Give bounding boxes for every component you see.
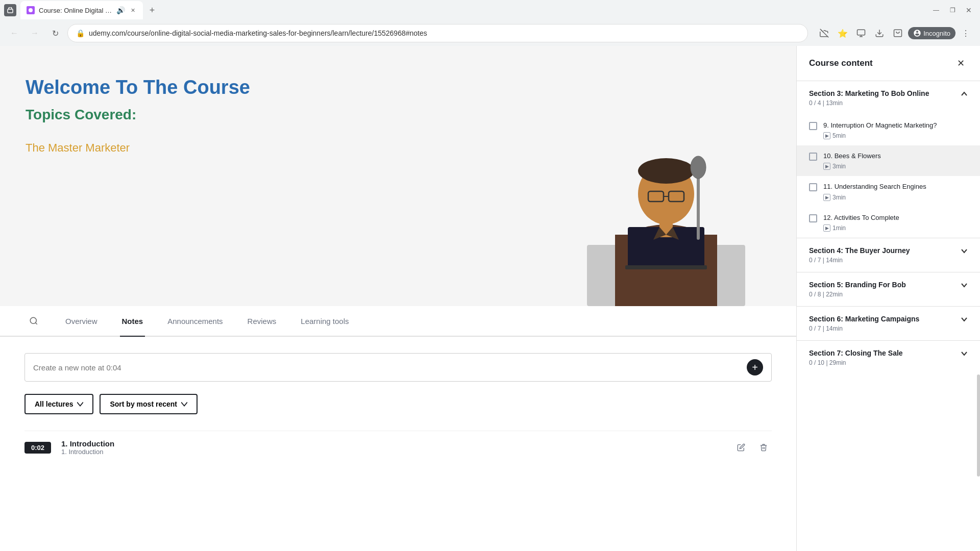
tab-announcements[interactable]: Announcements xyxy=(165,306,225,337)
lecture-12-info: 12. Activities To Complete ▶ 1min xyxy=(823,213,968,232)
section-6-info: Section 6: Marketing Campaigns 0 / 7 | 1… xyxy=(809,315,961,332)
menu-icon[interactable]: ⋮ xyxy=(958,25,974,41)
maximize-button[interactable]: ❐ xyxy=(945,3,960,17)
forward-button[interactable]: → xyxy=(27,25,43,41)
presenter-figure xyxy=(577,92,755,306)
profile-icon[interactable] xyxy=(890,25,906,41)
sidebar-scrollbar[interactable] xyxy=(977,374,980,477)
edit-note-button[interactable] xyxy=(733,439,749,456)
section-7-header[interactable]: Section 7: Closing The Sale 0 / 10 | 29m… xyxy=(797,341,980,374)
section-3-header[interactable]: Section 3: Marketing To Bob Online 0 / 4… xyxy=(797,81,980,115)
video-player[interactable]: Welcome To The Course Topics Covered: Th… xyxy=(0,46,796,306)
browser-tabs: Course: Online Digital Soci... 🔊 ✕ + xyxy=(20,1,927,19)
address-bar[interactable]: 🔒 udemy.com/course/online-digital-social… xyxy=(67,24,808,42)
sort-filter[interactable]: Sort by most recent xyxy=(100,394,197,414)
tab-bar: Overview Notes Announcements Reviews Lea… xyxy=(0,306,796,337)
section-6-header[interactable]: Section 6: Marketing Campaigns 0 / 7 | 1… xyxy=(797,307,980,340)
sidebar-header: Course content ✕ xyxy=(797,46,980,81)
active-tab[interactable]: Course: Online Digital Soci... 🔊 ✕ xyxy=(20,1,143,19)
section-6-meta: 0 / 7 | 14min xyxy=(809,325,961,332)
svg-point-19 xyxy=(691,156,706,179)
lecture-9-title: 9. Interruption Or Magnetic Marketing? xyxy=(823,121,968,130)
tab-sound-icon[interactable]: 🔊 xyxy=(116,6,125,14)
lock-icon: 🔒 xyxy=(76,29,85,37)
tab-reviews[interactable]: Reviews xyxy=(246,306,279,337)
presenter-area xyxy=(577,92,755,306)
tab-overview[interactable]: Overview xyxy=(63,306,100,337)
section-3-name: Section 3: Marketing To Bob Online xyxy=(809,89,961,97)
sidebar-title: Course content xyxy=(809,58,873,68)
section-5-info: Section 5: Branding For Bob 0 / 8 | 22mi… xyxy=(809,281,961,298)
tab-notes[interactable]: Notes xyxy=(120,306,145,337)
slide-content: Welcome To The Course Topics Covered: Th… xyxy=(0,46,478,306)
delete-note-button[interactable] xyxy=(755,439,772,456)
section-5-toggle-icon xyxy=(961,282,968,291)
bookmark-star-icon[interactable]: ⭐ xyxy=(835,25,851,41)
all-lectures-filter[interactable]: All lectures xyxy=(24,394,93,414)
add-note-button[interactable]: + xyxy=(747,359,763,375)
section-5-meta: 0 / 8 | 22min xyxy=(809,291,961,298)
tab-title: Course: Online Digital Soci... xyxy=(39,7,112,14)
note-actions xyxy=(733,439,772,456)
note-timestamp: 0:02 xyxy=(24,442,51,454)
slide-master-marketer: The Master Marketer xyxy=(26,141,452,155)
lecture-11-title: 11. Understanding Search Engines xyxy=(823,182,968,191)
lecture-10[interactable]: 10. Bees & Flowers ▶ 3min xyxy=(797,145,980,176)
note-item: 0:02 1. Introduction 1. Introduction xyxy=(24,431,772,464)
lecture-9-duration: ▶ 5min xyxy=(823,132,968,139)
reload-button[interactable]: ↻ xyxy=(47,25,63,41)
note-subtitle: 1. Introduction xyxy=(61,448,114,456)
video-icon: ▶ xyxy=(823,194,830,201)
nav-icons: ⭐ Incognito ⋮ xyxy=(816,25,974,41)
notes-input-area[interactable]: + xyxy=(24,353,772,382)
minimize-button[interactable]: — xyxy=(929,3,943,17)
window-controls: — ❐ ✕ xyxy=(929,3,976,17)
section-6-toggle-icon xyxy=(961,316,968,325)
svg-line-24 xyxy=(35,322,37,324)
lecture-9[interactable]: 9. Interruption Or Magnetic Marketing? ▶… xyxy=(797,115,980,145)
svg-rect-3 xyxy=(857,30,865,35)
svg-point-1 xyxy=(29,8,33,12)
section-7-info: Section 7: Closing The Sale 0 / 10 | 29m… xyxy=(809,349,961,366)
svg-point-14 xyxy=(638,158,694,184)
lecture-12[interactable]: 12. Activities To Complete ▶ 1min xyxy=(797,207,980,238)
section-4-header[interactable]: Section 4: The Buyer Journey 0 / 7 | 14m… xyxy=(797,238,980,272)
lecture-12-duration: ▶ 1min xyxy=(823,224,968,232)
lecture-11[interactable]: 11. Understanding Search Engines ▶ 3min xyxy=(797,176,980,207)
video-icon: ▶ xyxy=(823,224,830,232)
svg-rect-12 xyxy=(625,265,707,269)
content-area: Welcome To The Course Topics Covered: Th… xyxy=(0,46,796,551)
section-7-toggle-icon xyxy=(961,350,968,359)
lecture-12-checkbox[interactable] xyxy=(809,214,817,222)
lecture-10-checkbox[interactable] xyxy=(809,153,817,161)
tab-learning-tools[interactable]: Learning tools xyxy=(299,306,351,337)
section-3: Section 3: Marketing To Bob Online 0 / 4… xyxy=(797,81,980,238)
section-3-toggle-icon xyxy=(961,90,968,99)
slide-title: Welcome To The Course xyxy=(26,77,452,98)
notes-content: + All lectures Sort by most recent 0:02 … xyxy=(0,337,796,551)
section-7-name: Section 7: Closing The Sale xyxy=(809,349,961,357)
incognito-label: Incognito xyxy=(923,30,950,37)
new-tab-button[interactable]: + xyxy=(145,3,159,17)
search-tab-icon[interactable] xyxy=(24,312,43,330)
tab-close-button[interactable]: ✕ xyxy=(129,6,137,14)
sidebar-close-button[interactable]: ✕ xyxy=(953,56,968,70)
browser-chrome: Course: Online Digital Soci... 🔊 ✕ + — ❐… xyxy=(0,0,980,46)
download-icon[interactable] xyxy=(871,25,888,41)
back-button[interactable]: ← xyxy=(6,25,22,41)
section-3-info: Section 3: Marketing To Bob Online 0 / 4… xyxy=(809,89,961,107)
section-4-info: Section 4: The Buyer Journey 0 / 7 | 14m… xyxy=(809,246,961,264)
notes-input[interactable] xyxy=(33,363,741,372)
course-sidebar: Course content ✕ Section 3: Marketing To… xyxy=(796,46,980,551)
lecture-11-checkbox[interactable] xyxy=(809,183,817,191)
section-5: Section 5: Branding For Bob 0 / 8 | 22mi… xyxy=(797,272,980,306)
close-window-button[interactable]: ✕ xyxy=(962,3,976,17)
tab-group-icon[interactable] xyxy=(4,4,16,16)
tab-groups-icon[interactable] xyxy=(853,25,869,41)
camera-off-icon[interactable] xyxy=(816,25,832,41)
section-5-header[interactable]: Section 5: Branding For Bob 0 / 8 | 22mi… xyxy=(797,272,980,306)
lecture-9-checkbox[interactable] xyxy=(809,122,817,130)
incognito-badge[interactable]: Incognito xyxy=(908,27,955,39)
lecture-11-info: 11. Understanding Search Engines ▶ 3min xyxy=(823,182,968,201)
video-icon: ▶ xyxy=(823,163,830,170)
